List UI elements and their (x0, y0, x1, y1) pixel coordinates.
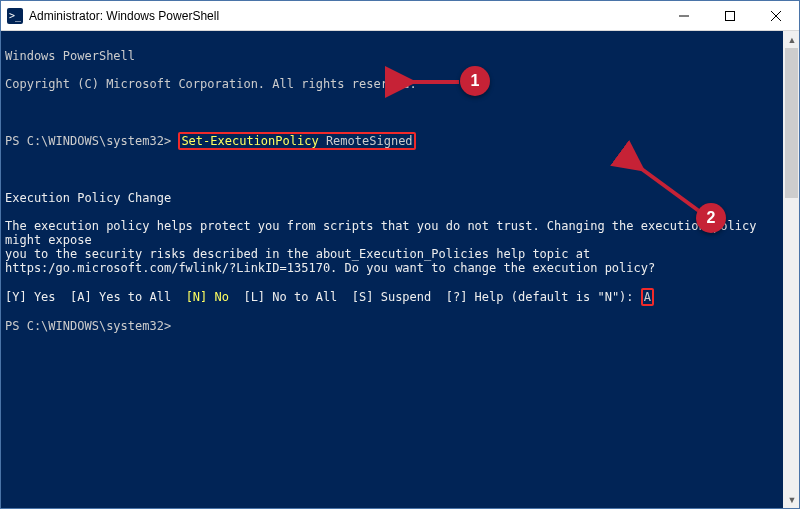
minimize-icon (679, 11, 689, 21)
copyright-line: Copyright (C) Microsoft Corporation. All… (5, 77, 779, 91)
confirm-title: Execution Policy Change (5, 191, 779, 205)
scroll-up-button[interactable]: ▲ (783, 31, 800, 48)
powershell-window: >_ Administrator: Windows PowerShell Win… (0, 0, 800, 509)
prompt-prefix: PS C:\WINDOWS\system32> (5, 134, 178, 148)
minimize-button[interactable] (661, 1, 707, 31)
options-line: [Y] Yes [A] Yes to All [N] No [L] No to … (5, 289, 779, 305)
close-button[interactable] (753, 1, 799, 31)
command-highlight: Set-ExecutionPolicy RemoteSigned (178, 132, 415, 150)
confirm-body: The execution policy helps protect you f… (5, 219, 779, 275)
scroll-down-button[interactable]: ▼ (783, 491, 800, 508)
terminal[interactable]: Windows PowerShell Copyright (C) Microso… (1, 31, 783, 508)
scroll-thumb[interactable] (785, 48, 798, 198)
vertical-scrollbar[interactable]: ▲ ▼ (783, 31, 799, 508)
app-icon: >_ (1, 8, 29, 24)
prompt-line-2: PS C:\WINDOWS\system32> (5, 319, 779, 333)
svg-rect-1 (726, 11, 735, 20)
maximize-icon (725, 11, 735, 21)
answer-highlight: A (641, 288, 654, 306)
window-title: Administrator: Windows PowerShell (29, 9, 219, 23)
terminal-area: Windows PowerShell Copyright (C) Microso… (1, 31, 799, 508)
close-icon (771, 11, 781, 21)
command-arg: RemoteSigned (326, 134, 413, 148)
command-verb: Set-ExecutionPolicy (181, 134, 326, 148)
banner-line: Windows PowerShell (5, 49, 779, 63)
maximize-button[interactable] (707, 1, 753, 31)
powershell-icon: >_ (7, 8, 23, 24)
titlebar[interactable]: >_ Administrator: Windows PowerShell (1, 1, 799, 31)
prompt-line-1: PS C:\WINDOWS\system32> Set-ExecutionPol… (5, 133, 779, 149)
